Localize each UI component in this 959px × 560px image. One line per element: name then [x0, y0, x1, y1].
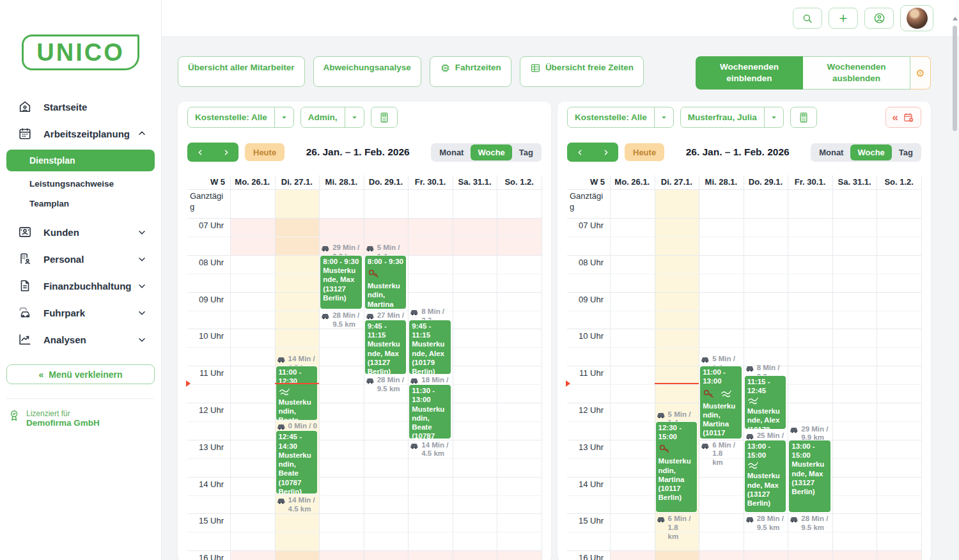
cost-center-dropdown[interactable]: Kostenstelle: Alle	[567, 107, 674, 128]
sidebar-item-leistungsnachweise[interactable]: Leistungsnachweise	[0, 174, 161, 194]
sidebar-item-finanzbuchhaltung[interactable]: Finanzbuchhaltung	[0, 272, 161, 299]
sidebar-item-arbeitszeitplanung[interactable]: Arbeitszeitplanung	[0, 120, 161, 147]
cost-center-dropdown[interactable]: Kostenstelle: Alle	[187, 107, 294, 128]
chevron-down-icon	[137, 227, 147, 237]
car-icon	[745, 433, 755, 440]
calendar-event[interactable]: 11:00 - 12:30Musterkundin, Beate (10787 …	[276, 366, 318, 420]
menu-collapse-button[interactable]: « Menü verkleinern	[6, 364, 155, 384]
calendar-event[interactable]: 8:00 - 9:30Musterkunde, Max (13127 Berli…	[320, 256, 362, 309]
sidebar-item-startseite[interactable]: Startseite	[0, 93, 161, 120]
view-woche[interactable]: Woche	[471, 144, 511, 160]
car-icon	[657, 412, 666, 419]
profile-button[interactable]	[900, 5, 933, 31]
scrollbar-thumb[interactable]	[953, 26, 957, 131]
weekend-show-button[interactable]: Wochenenden einblenden	[696, 56, 803, 89]
hour-line	[187, 440, 542, 440]
scroll-up-arrow[interactable]	[953, 17, 958, 20]
view-monat[interactable]: Monat	[432, 144, 471, 160]
next-week-button[interactable]	[213, 148, 238, 157]
calendar-event[interactable]: 9:45 - 11:15Musterkunde, Max (13127 Berl…	[365, 320, 407, 374]
sidebar-item-kunden[interactable]: Kunden	[0, 219, 161, 245]
calendar-event[interactable]: 13:00 - 15:00Musterkunde, Max (13127 Ber…	[745, 440, 786, 513]
employee-dropdown[interactable]: Admin,	[300, 107, 364, 128]
day-header: So. 1.2.	[877, 177, 921, 187]
fahrtzeiten-button[interactable]: Fahrtzeiten	[430, 56, 511, 87]
calendar-event[interactable]: 13:00 - 15:00Musterkunde, Max (13127 Ber…	[789, 440, 830, 513]
settings-button[interactable]: ⚙	[910, 56, 931, 89]
sidebar-item-analysen[interactable]: Analysen	[0, 326, 161, 353]
today-button[interactable]: Heute	[625, 143, 664, 161]
user-icon	[873, 12, 885, 24]
page-scrollbar[interactable]	[952, 0, 958, 560]
signature-swoosh-icon	[747, 462, 759, 470]
day-header: Mo. 26.1.	[230, 177, 275, 187]
view-monat[interactable]: Monat	[812, 144, 850, 160]
uebersicht-mitarbeiter-button[interactable]: Übersicht aller Mitarbeiter	[178, 56, 305, 87]
chevron-down-icon	[137, 281, 147, 291]
next-week-button[interactable]	[593, 148, 618, 157]
car-icon	[321, 313, 331, 320]
hour-label: 10 Uhr	[567, 331, 604, 341]
calendar-event[interactable]: 12:30 - 15:00Musterkundin, Martina (1011…	[656, 422, 698, 513]
calendar-event[interactable]: 11:15 - 12:45Musterkunde, Alex (10179 Be…	[745, 376, 786, 430]
hour-label: 14 Uhr	[567, 479, 604, 489]
calendar-icon	[18, 127, 32, 141]
certificate-icon	[9, 409, 20, 422]
sidebar-item-label: Fuhrpark	[43, 307, 137, 318]
hour-label: 14 Uhr	[187, 479, 224, 489]
employee-dropdown[interactable]: Musterfrau, Julia	[680, 107, 784, 128]
key-icon	[702, 387, 715, 400]
sidebar-item-personal[interactable]: Personal	[0, 245, 161, 272]
hour-line	[567, 218, 921, 219]
user-account-button[interactable]	[864, 8, 894, 29]
chevron-down-icon	[764, 107, 783, 127]
column-line	[832, 175, 833, 560]
allday-label: Ganztägig	[190, 191, 226, 213]
prev-week-button[interactable]	[567, 148, 593, 157]
car-icon	[321, 245, 331, 252]
weekend-hide-label: Wochenenden ausblenden	[812, 61, 901, 84]
current-time-marker	[566, 380, 570, 387]
view-woche[interactable]: Woche	[850, 144, 891, 160]
car-icon	[277, 356, 286, 363]
button-label: Übersicht freie Zeiten	[545, 63, 634, 72]
sidebar-item-fuhrpark[interactable]: Fuhrpark	[0, 299, 161, 326]
sidebar-item-teamplan[interactable]: Teamplan	[0, 194, 161, 214]
view-tag[interactable]: Tag	[892, 144, 920, 160]
today-label: Heute	[253, 148, 276, 157]
calculator-button[interactable]	[371, 107, 398, 128]
add-button[interactable]: +	[829, 8, 858, 29]
sidebar-item-dienstplan[interactable]: Dienstplan	[6, 150, 155, 171]
today-button[interactable]: Heute	[245, 143, 285, 161]
day-header: So. 1.2.	[497, 177, 542, 187]
half-hour-line	[567, 532, 921, 533]
calendar-event[interactable]: 9:45 - 11:15Musterkunde, Alex (10179 Ber…	[409, 320, 451, 374]
day-header: Mi. 28.1.	[319, 177, 364, 187]
calendar-event[interactable]: 11:00 - 13:00Musterkundin, Martina (1011…	[700, 366, 742, 439]
search-button[interactable]	[793, 8, 822, 29]
calculator-button[interactable]	[790, 107, 817, 128]
weekend-hide-button[interactable]: Wochenenden ausblenden	[803, 56, 910, 89]
calendar-remove-icon	[903, 112, 914, 123]
weekend-toggle: Wochenenden einblenden Wochenenden ausbl…	[696, 56, 931, 89]
cost-center-value: Kostenstelle: Alle	[188, 113, 274, 122]
double-chevron-left-icon: «	[893, 112, 898, 123]
calculator-icon	[379, 112, 389, 123]
hour-line	[567, 440, 921, 440]
view-tag[interactable]: Tag	[512, 144, 540, 160]
car-icon	[366, 245, 375, 252]
travel-time-label: 14 Min /4.5 km	[277, 496, 319, 514]
hour-line	[567, 255, 921, 256]
calendar-event[interactable]: 11:30 - 13:00Musterkundin, Beate (10787 …	[409, 385, 451, 439]
allday-label: Ganztägig	[570, 191, 606, 213]
abweichungsanalyse-button[interactable]: Abweichungsanalyse	[313, 56, 421, 87]
prev-week-button[interactable]	[187, 148, 213, 157]
toolbar-buttons: Übersicht aller Mitarbeiter Abweichungsa…	[178, 56, 644, 87]
current-time-line	[275, 383, 320, 384]
calendar-event[interactable]: 12:45 - 14:30Musterkundin, Beate (10787 …	[276, 431, 318, 494]
hour-line	[567, 550, 921, 551]
column-line	[610, 175, 611, 560]
calendar-event[interactable]: 8:00 - 9:30Musterkundin, Martina (10117 …	[365, 256, 407, 309]
uebersicht-freie-zeiten-button[interactable]: Übersicht freie Zeiten	[520, 56, 644, 87]
remove-comparison-button[interactable]: «	[885, 107, 921, 128]
